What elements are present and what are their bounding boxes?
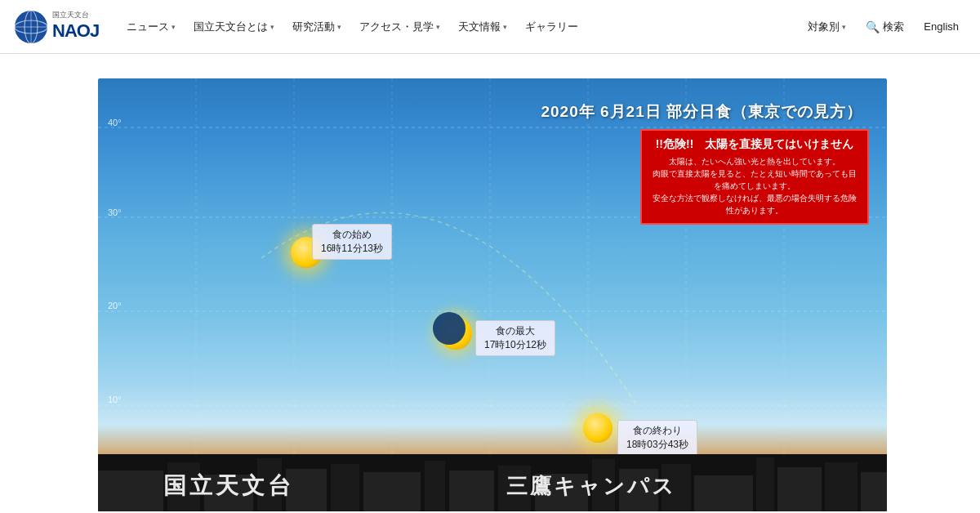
nav-item-gallery[interactable]: ギャラリー [517,0,586,54]
degree-40: 40° [108,118,122,127]
svg-rect-22 [331,464,359,511]
phase3-name: 食の終わり [626,424,688,438]
chevron-down-icon: ▾ [436,23,440,31]
eclipse-title: 2020年 6月21日 部分日食（東京での見方） [541,101,862,123]
phase2-time: 17時10分12秒 [484,338,546,352]
svg-text:三鷹キャンパス: 三鷹キャンパス [506,474,676,498]
svg-rect-23 [363,472,421,511]
svg-rect-33 [777,467,822,511]
chevron-down-icon: ▾ [172,23,176,31]
header: 国立天文台 NAOJ ニュース ▾ 国立天文台とは ▾ 研究活動 ▾ アクセス・… [0,0,980,54]
phase1-time: 16時11分13秒 [321,242,383,256]
degree-30: 30° [108,207,122,217]
sun-phase2-container [439,317,472,350]
svg-rect-31 [694,475,753,511]
search-button[interactable]: 🔍 検索 [858,0,912,54]
main-content: 40° 30° 20° 10° 2020年 6月21日 部分日食（東京での見方）… [0,54,980,513]
svg-rect-17 [98,471,163,511]
chevron-down-icon: ▾ [270,23,274,31]
phase3-time: 18時03分43秒 [626,438,688,452]
svg-rect-34 [825,462,858,511]
phase-label-3: 食の終わり 18時03分43秒 [617,420,697,456]
main-nav: ニュース ▾ 国立天文台とは ▾ 研究活動 ▾ アクセス・見学 ▾ 天文情報 ▾… [118,0,800,54]
chevron-down-icon: ▾ [842,23,846,31]
city-silhouette: 国立天文台 三鷹キャンパス [98,454,887,511]
nav-right: 対象別 ▾ 🔍 検索 English [800,0,967,54]
logo-subtitle: 国立天文台 [52,11,99,19]
logo-globe-icon [13,9,49,45]
degree-20: 20° [108,301,122,310]
phase-label-1: 食の始め 16時11分13秒 [312,224,392,260]
warning-body: 太陽は、たいへん強い光と熱を出しています。肉眼で直接太陽を見ると、たとえ短い時間… [650,155,859,216]
svg-rect-35 [861,472,887,511]
phase1-name: 食の始め [321,228,383,242]
bottom-silhouette: 国立天文台 三鷹キャンパス [98,454,887,511]
degree-10: 10° [108,395,122,404]
nav-item-about[interactable]: 国立天文台とは ▾ [185,0,283,54]
search-icon: 🔍 [866,20,880,33]
svg-rect-25 [449,471,494,511]
chevron-down-icon: ▾ [503,23,507,31]
phase-label-2: 食の最大 17時10分12秒 [475,320,555,356]
moon-phase2 [433,312,466,345]
warning-title: !!危険!! 太陽を直接見てはいけません [650,137,859,152]
nav-item-astroinfo[interactable]: 天文情報 ▾ [450,0,515,54]
eclipse-image: 40° 30° 20° 10° 2020年 6月21日 部分日食（東京での見方）… [98,78,887,511]
sun-phase3 [583,413,612,443]
svg-rect-32 [756,457,774,511]
svg-text:国立天文台: 国立天文台 [163,472,294,498]
logo-main-text: NAOJ [52,20,99,41]
nav-item-news[interactable]: ニュース ▾ [118,0,184,54]
svg-rect-24 [425,461,445,511]
chevron-down-icon: ▾ [337,23,341,31]
logo-area[interactable]: 国立天文台 NAOJ [13,9,99,45]
nav-item-research[interactable]: 研究活動 ▾ [284,0,350,54]
phase2-name: 食の最大 [484,324,546,338]
english-link[interactable]: English [915,0,967,54]
nav-item-audience[interactable]: 対象別 ▾ [800,0,854,54]
logo-text-area: 国立天文台 NAOJ [52,11,99,42]
warning-box: !!危険!! 太陽を直接見てはいけません 太陽は、たいへん強い光と熱を出していま… [640,129,869,225]
nav-item-access[interactable]: アクセス・見学 ▾ [351,0,448,54]
